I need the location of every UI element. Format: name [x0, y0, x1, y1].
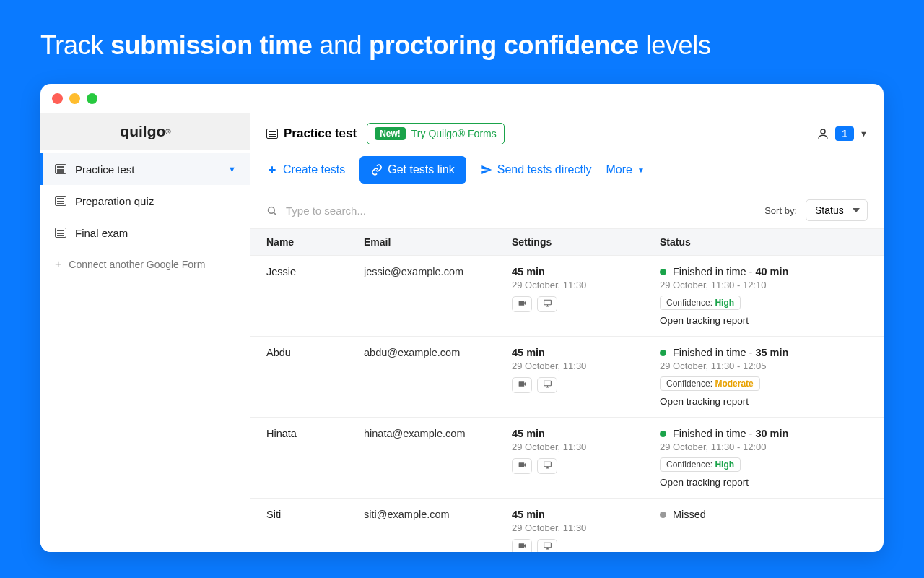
- action-bar: Create tests Get tests link Send tests d…: [250, 155, 884, 195]
- table-row: Abduabdu@example.com45 min29 October, 11…: [250, 337, 884, 418]
- screen-chip[interactable]: [537, 458, 557, 474]
- chevron-down-icon: ▼: [228, 165, 236, 173]
- try-label: Try Quilgo® Forms: [411, 128, 497, 139]
- camera-icon: [518, 379, 527, 391]
- form-icon: [55, 228, 66, 238]
- status-text: Finished in time - 35 min: [673, 347, 788, 358]
- status-dot-icon: [660, 350, 666, 356]
- screen-icon: [543, 298, 552, 310]
- page-title: Practice test: [266, 126, 357, 141]
- col-status: Status: [660, 236, 868, 248]
- form-icon: [266, 129, 278, 139]
- table-row: Jessiejessie@example.com45 min29 October…: [250, 256, 884, 337]
- open-tracking-report[interactable]: Open tracking report: [660, 396, 868, 407]
- account-menu[interactable]: 1 ▼: [816, 126, 868, 141]
- table-row: Hinatahinata@example.com45 min29 October…: [250, 418, 884, 499]
- screen-chip[interactable]: [537, 539, 557, 552]
- camera-icon: [518, 298, 527, 310]
- cell-email: siti@example.com: [364, 509, 512, 552]
- paper-plane-icon: [481, 164, 492, 176]
- search-icon: [266, 205, 277, 216]
- svg-point-0: [821, 129, 825, 134]
- brand-logo: quilgo®: [40, 113, 250, 150]
- sidebar-item-final-exam[interactable]: Final exam: [40, 217, 250, 249]
- table-header: Name Email Settings Status: [250, 228, 884, 256]
- search-sort-row: Sort by: Status: [250, 195, 884, 228]
- cell-duration: 45 min: [512, 428, 660, 439]
- col-settings: Settings: [512, 236, 660, 248]
- form-icon: [55, 164, 66, 174]
- screen-icon: [543, 541, 552, 552]
- table-body: Jessiejessie@example.com45 min29 October…: [250, 256, 884, 552]
- more-menu[interactable]: More ▼: [606, 163, 644, 176]
- user-count-badge: 1: [835, 126, 854, 141]
- camera-icon: [518, 460, 527, 472]
- create-tests-button[interactable]: Create tests: [266, 163, 345, 176]
- open-tracking-report[interactable]: Open tracking report: [660, 315, 868, 326]
- camera-icon: [518, 541, 527, 552]
- status-text: Finished in time - 40 min: [673, 266, 788, 277]
- cell-duration: 45 min: [512, 509, 660, 520]
- connect-label: Connect another Google Form: [69, 259, 205, 270]
- get-tests-link-button[interactable]: Get tests link: [359, 156, 466, 184]
- app-window: quilgo® Practice test▼Preparation quizFi…: [40, 84, 884, 552]
- main-header: Practice test New! Try Quilgo® Forms 1 ▼: [250, 113, 884, 155]
- sort-select[interactable]: Status: [806, 199, 868, 221]
- confidence-badge: Confidence: Moderate: [660, 376, 760, 391]
- cell-name: Abdu: [266, 347, 364, 407]
- main-panel: Practice test New! Try Quilgo® Forms 1 ▼…: [250, 113, 884, 552]
- camera-chip[interactable]: [512, 377, 532, 393]
- cell-email: jessie@example.com: [364, 266, 512, 326]
- plus-icon: +: [55, 258, 61, 271]
- connect-google-form[interactable]: + Connect another Google Form: [40, 249, 250, 280]
- cell-when: 29 October, 11:30: [512, 522, 660, 533]
- form-icon: [55, 196, 66, 206]
- user-icon: [816, 127, 829, 140]
- sidebar-item-label: Preparation quiz: [75, 195, 154, 207]
- status-dot-icon: [660, 431, 666, 437]
- cell-when: 29 October, 11:30: [512, 280, 660, 290]
- camera-chip[interactable]: [512, 296, 532, 312]
- confidence-badge: Confidence: High: [660, 296, 741, 310]
- status-time: 29 October, 11:30 - 12:00: [660, 441, 868, 452]
- cell-when: 29 October, 11:30: [512, 361, 660, 371]
- new-badge: New!: [375, 127, 406, 140]
- svg-rect-4: [544, 462, 551, 467]
- try-quilgo-forms[interactable]: New! Try Quilgo® Forms: [367, 123, 505, 144]
- cell-when: 29 October, 11:30: [512, 441, 660, 452]
- maximize-icon[interactable]: [87, 93, 97, 104]
- open-tracking-report[interactable]: Open tracking report: [660, 477, 868, 488]
- sidebar-item-practice-test[interactable]: Practice test▼: [40, 153, 250, 185]
- svg-rect-2: [544, 300, 551, 305]
- chevron-down-icon: ▼: [637, 166, 645, 174]
- cell-duration: 45 min: [512, 266, 660, 277]
- minimize-icon[interactable]: [69, 93, 80, 104]
- status-time: 29 October, 11:30 - 12:10: [660, 280, 868, 290]
- close-icon[interactable]: [52, 93, 63, 104]
- confidence-badge: Confidence: High: [660, 457, 741, 472]
- status-text: Finished in time - 30 min: [673, 428, 788, 439]
- window-titlebar: [40, 84, 884, 113]
- hero-headline: Track submission time and proctoring con…: [0, 0, 924, 68]
- cell-email: hinata@example.com: [364, 428, 512, 488]
- sidebar-item-label: Practice test: [75, 163, 135, 176]
- status-time: 29 October, 11:30 - 12:05: [660, 361, 868, 371]
- screen-chip[interactable]: [537, 377, 557, 393]
- sidebar: quilgo® Practice test▼Preparation quizFi…: [40, 113, 250, 552]
- cell-name: Hinata: [266, 428, 364, 488]
- search-input[interactable]: [286, 204, 756, 217]
- cell-name: Jessie: [266, 266, 364, 326]
- col-name: Name: [266, 236, 364, 248]
- link-icon: [371, 164, 383, 176]
- chevron-down-icon: ▼: [860, 129, 868, 138]
- camera-chip[interactable]: [512, 458, 532, 474]
- cell-email: abdu@example.com: [364, 347, 512, 407]
- cell-duration: 45 min: [512, 347, 660, 358]
- sidebar-item-preparation-quiz[interactable]: Preparation quiz: [40, 185, 250, 217]
- svg-rect-5: [544, 543, 551, 548]
- plus-icon: [266, 164, 278, 176]
- send-tests-button[interactable]: Send tests directly: [481, 163, 592, 176]
- camera-chip[interactable]: [512, 539, 532, 552]
- sidebar-item-label: Final exam: [75, 227, 128, 239]
- screen-chip[interactable]: [537, 296, 557, 312]
